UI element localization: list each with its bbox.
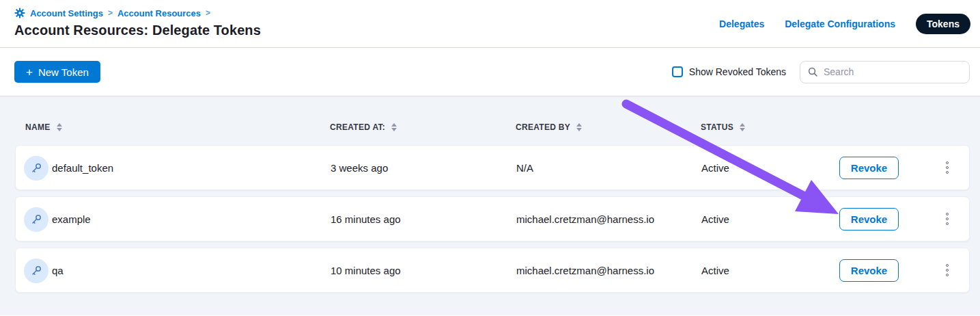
search-input[interactable]	[824, 66, 962, 77]
new-token-button[interactable]: + New Token	[14, 61, 100, 83]
kebab-menu-icon[interactable]	[942, 146, 953, 189]
show-revoked-label[interactable]: Show Revoked Tokens	[689, 66, 786, 77]
show-revoked-checkbox[interactable]	[672, 66, 683, 77]
plus-icon: +	[26, 66, 33, 78]
breadcrumb-separator: >	[206, 8, 210, 18]
column-header-label: CREATED AT:	[330, 122, 385, 132]
token-name: default_token	[52, 146, 113, 189]
breadcrumb-link-account-settings[interactable]: Account Settings	[30, 8, 103, 18]
app-window: Account Settings > Account Resources > A…	[0, 0, 980, 316]
column-header-status[interactable]: STATUS	[701, 122, 745, 132]
kebab-menu-icon[interactable]	[942, 248, 953, 292]
revoke-button[interactable]: Revoke	[839, 259, 899, 282]
revoke-button[interactable]: Revoke	[839, 157, 899, 179]
column-header-label: STATUS	[701, 122, 733, 132]
key-icon	[24, 156, 48, 181]
revoke-button[interactable]: Revoke	[839, 208, 899, 231]
token-created-at: 3 weeks ago	[331, 146, 388, 189]
column-header-label: NAME	[25, 122, 51, 132]
token-created-at: 16 minutes ago	[331, 197, 401, 241]
column-header-label: CREATED BY	[516, 122, 570, 132]
search-box[interactable]	[800, 61, 970, 83]
sort-icon	[391, 123, 397, 131]
kebab-menu-icon[interactable]	[942, 197, 953, 241]
column-header-created-by[interactable]: CREATED BY	[516, 122, 582, 132]
column-header-name[interactable]: NAME	[25, 122, 62, 132]
token-name: qa	[52, 248, 64, 292]
key-icon	[24, 207, 48, 232]
token-name: example	[52, 197, 91, 241]
table-row[interactable]: example 16 minutes ago michael.cretzman@…	[15, 196, 970, 241]
token-created-by: michael.cretzman@harness.io	[516, 248, 654, 292]
token-created-by: michael.cretzman@harness.io	[516, 197, 654, 241]
column-header-created-at[interactable]: CREATED AT:	[330, 122, 397, 132]
token-status: Active	[701, 248, 729, 292]
sort-icon	[740, 123, 745, 131]
sort-icon	[576, 123, 582, 131]
token-status: Active	[701, 146, 729, 189]
new-token-button-label: New Token	[38, 66, 89, 78]
table-row[interactable]: default_token 3 weeks ago N/A Active Rev…	[15, 145, 970, 190]
top-tabs: Delegates Delegate Configurations Tokens	[719, 14, 970, 34]
search-icon	[807, 66, 818, 77]
sort-icon	[57, 123, 62, 131]
toolbar: + New Token Show Revoked Tokens	[0, 48, 980, 96]
key-icon	[24, 259, 48, 283]
gear-icon	[14, 8, 25, 18]
tab-delegate-configurations[interactable]: Delegate Configurations	[785, 18, 895, 29]
token-status: Active	[701, 197, 729, 241]
breadcrumb-link-account-resources[interactable]: Account Resources	[117, 8, 201, 18]
token-created-by: N/A	[516, 146, 533, 189]
toolbar-right: Show Revoked Tokens	[672, 61, 970, 83]
token-table: NAME CREATED AT: CREATED BY STATUS	[0, 96, 980, 315]
page-header: Account Settings > Account Resources > A…	[0, 0, 980, 48]
breadcrumb-separator: >	[108, 8, 113, 18]
token-created-at: 10 minutes ago	[331, 248, 401, 292]
tab-tokens[interactable]: Tokens	[916, 14, 970, 34]
tab-delegates[interactable]: Delegates	[719, 18, 764, 29]
table-row[interactable]: qa 10 minutes ago michael.cretzman@harne…	[15, 248, 970, 293]
